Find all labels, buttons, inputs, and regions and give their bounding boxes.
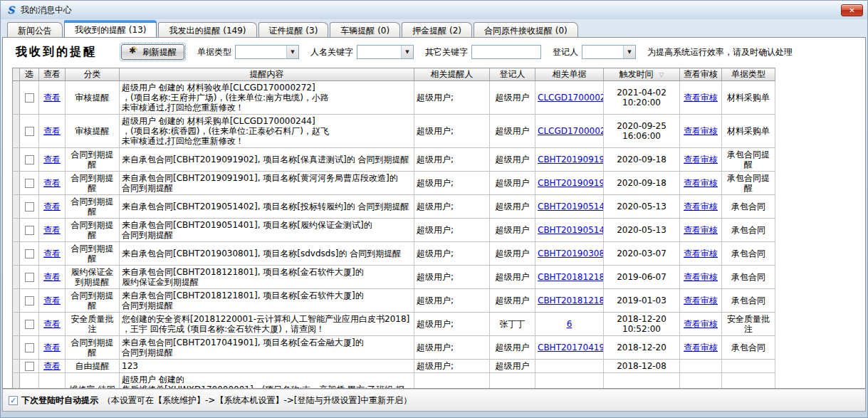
col-content[interactable]: 提醒内容 xyxy=(120,68,414,81)
doc-type-cell: 承包合同 xyxy=(722,336,775,360)
doc-link[interactable]: CBHT2019030801 xyxy=(538,249,604,258)
row-checkbox[interactable] xyxy=(25,226,34,235)
select-cell xyxy=(20,148,39,172)
row-indicator xyxy=(13,336,20,360)
view-link[interactable]: 查看 xyxy=(43,361,61,371)
view-audit-link[interactable]: 查看审核 xyxy=(684,272,718,282)
sort-descending-icon[interactable]: ▽ xyxy=(659,71,664,78)
doc-link[interactable]: CBHT2019091902 xyxy=(538,155,604,164)
tab-contract-original[interactable]: 合同原件接收提醒 (0) xyxy=(474,22,578,37)
person-keyword-combo[interactable]: ▼ xyxy=(357,45,414,59)
view-link[interactable]: 查看 xyxy=(43,225,61,235)
doc-link[interactable]: CBHT2019091901 xyxy=(538,178,604,188)
doc-type-cell xyxy=(722,360,775,373)
auto-prompt-label: 下次登陆时自动提示 xyxy=(21,395,98,407)
related-doc-cell: CBHT2018121801 xyxy=(535,266,604,289)
trigger-time-cell: 2020-03-07 xyxy=(604,242,680,266)
row-checkbox[interactable] xyxy=(25,93,34,103)
col-trigger-time[interactable]: 触发时间▽ xyxy=(604,68,680,81)
doc-link[interactable]: 6 xyxy=(567,319,572,329)
category-cell: 维修完-待回访 xyxy=(66,373,120,390)
row-checkbox[interactable] xyxy=(25,179,34,188)
row-checkbox[interactable] xyxy=(25,343,34,352)
view-audit-link[interactable]: 查看审核 xyxy=(684,249,718,258)
row-checkbox[interactable] xyxy=(25,127,34,136)
tab-sent[interactable]: 我发出的提醒 (149) xyxy=(158,22,256,37)
view-audit-link[interactable]: 查看审核 xyxy=(684,155,718,164)
footer-bar: ✓ 下次登陆时自动提示 （本设置可在【系统维护】->【系统本机设置】->[登陆与… xyxy=(2,389,866,412)
view-link[interactable]: 查看 xyxy=(43,343,61,352)
refresh-icon: ✱ ✎ xyxy=(129,47,139,57)
view-audit-link[interactable]: 查看审核 xyxy=(684,319,718,329)
registrant-combo[interactable]: ▼ xyxy=(582,45,636,59)
tab-deposit[interactable]: 押金提醒 (2) xyxy=(402,22,472,37)
reminder-person-cell: 超级用户; xyxy=(414,373,490,390)
row-indicator xyxy=(13,360,20,373)
col-select[interactable]: 选 xyxy=(20,68,39,81)
view-audit-link[interactable]: 查看审核 xyxy=(684,225,718,235)
tab-vehicle[interactable]: 车辆提醒 (0) xyxy=(330,22,400,37)
doc-link[interactable]: CBHT2019051401 xyxy=(538,225,604,235)
content-cell: 来自承包合同[CBHT2018121801], 项目名称[金石软件大厦]的 合同… xyxy=(120,289,414,313)
view-audit-cell: 查看审核 xyxy=(680,115,722,148)
row-checkbox[interactable] xyxy=(25,202,34,211)
row-checkbox[interactable] xyxy=(25,273,34,282)
table-row: 查看合同到期提醒来自承包合同[CBHT2019091902], 项目名称[保真进… xyxy=(13,148,775,172)
registrant-cell: 超级用户 xyxy=(490,148,535,172)
other-keyword-input[interactable] xyxy=(471,45,541,59)
footer-note: （本设置可在【系统维护】->【系统本机设置】->[登陆与升级设置]中重新开启） xyxy=(103,395,412,407)
registrant-cell: 超级用户 xyxy=(490,360,535,373)
reminder-person-cell: 超级用户; xyxy=(414,313,490,336)
row-checkbox[interactable] xyxy=(25,249,34,258)
doc-link[interactable]: CBHT2019051402 xyxy=(538,202,604,211)
col-view[interactable]: 查看 xyxy=(39,68,66,81)
doc-link[interactable]: CBHT2018121801 xyxy=(538,296,604,305)
reminder-person-cell: 超级用户; xyxy=(414,195,490,219)
col-reminder-person[interactable]: 相关提醒人 xyxy=(414,68,490,81)
col-registrant[interactable]: 登记人 xyxy=(490,68,535,81)
chevron-down-icon[interactable]: ▼ xyxy=(286,46,298,58)
refresh-reminders-button[interactable]: ✱ ✎ 刷新提醒 xyxy=(121,44,184,60)
row-checkbox[interactable] xyxy=(25,155,34,164)
auto-prompt-checkbox[interactable]: ✓ xyxy=(9,396,18,405)
view-link[interactable]: 查看 xyxy=(43,93,61,103)
close-button[interactable]: ✕ xyxy=(841,4,863,16)
view-link[interactable]: 查看 xyxy=(43,126,61,136)
doc-link[interactable]: CBHT2017041901 xyxy=(538,343,604,352)
col-related-doc[interactable]: 相关单据 xyxy=(535,68,604,81)
view-audit-link[interactable]: 查看审核 xyxy=(684,93,718,103)
table-row: 查看履约保证金到期提醒来自承包合同[CBHT2018121801], 项目名称[… xyxy=(13,266,775,289)
col-doc-type[interactable]: 单据类型 xyxy=(722,68,775,81)
row-checkbox[interactable] xyxy=(25,362,34,371)
doc-link[interactable]: CBHT2018121801 xyxy=(538,272,604,282)
doc-type-combo[interactable]: ▼ xyxy=(235,45,299,59)
view-cell: 查看 xyxy=(39,336,66,360)
efficiency-hint-text: 为提高系统运行效率，请及时确认处理 xyxy=(647,46,793,58)
col-category[interactable]: 分类 xyxy=(66,68,120,81)
view-link[interactable]: 查看 xyxy=(43,155,61,164)
chevron-down-icon[interactable]: ▼ xyxy=(401,46,413,58)
view-link[interactable]: 查看 xyxy=(43,272,61,282)
chevron-down-icon[interactable]: ▼ xyxy=(623,46,635,58)
view-audit-link[interactable]: 查看审核 xyxy=(684,343,718,352)
view-audit-link[interactable]: 查看审核 xyxy=(684,178,718,188)
view-audit-link[interactable]: 查看审核 xyxy=(684,126,718,136)
tab-certificate[interactable]: 证件提醒 (3) xyxy=(258,22,329,37)
view-link[interactable]: 查看 xyxy=(43,178,61,188)
doc-link[interactable]: CLCGD170000272 xyxy=(538,93,604,103)
row-checkbox[interactable] xyxy=(25,320,34,329)
tab-received[interactable]: 我收到的提醒 (13) xyxy=(64,20,157,37)
tab-news[interactable]: 新闻公告 xyxy=(7,22,63,37)
col-view-audit[interactable]: 查看审核 xyxy=(680,68,722,81)
registrant-cell: 张丁丁 xyxy=(490,313,535,336)
view-audit-link[interactable]: 查看审核 xyxy=(684,202,718,211)
registrant-cell: 超级用户 xyxy=(490,266,535,289)
view-audit-link[interactable]: 查看审核 xyxy=(684,296,718,305)
row-checkbox[interactable] xyxy=(25,296,34,305)
view-link[interactable]: 查看 xyxy=(43,296,61,305)
view-link[interactable]: 查看 xyxy=(43,249,61,258)
doc-link[interactable]: CLCGD170000244 xyxy=(538,126,604,136)
view-link[interactable]: 查看 xyxy=(43,319,61,329)
view-link[interactable]: 查看 xyxy=(43,202,61,211)
select-cell xyxy=(20,289,39,313)
